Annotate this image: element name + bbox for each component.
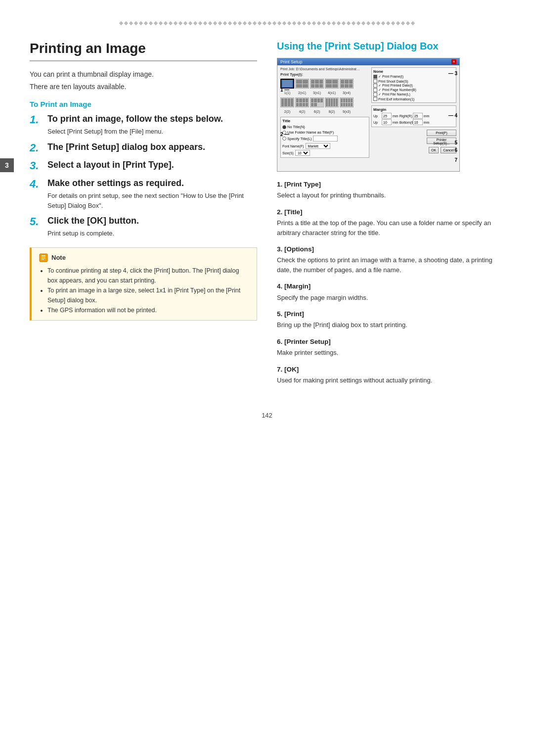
margin-top-row: Up mm Right(R) mm xyxy=(373,113,454,119)
thumb-r2-5 xyxy=(340,97,354,107)
margin-label: Margin xyxy=(373,107,454,112)
margin-right-label: Right(R) xyxy=(400,114,412,118)
section-heading: To Print an Image xyxy=(30,100,257,108)
margin-section: Margin Up mm Right(R) mm Up xyxy=(371,105,456,127)
deco-diamond xyxy=(381,21,385,25)
margin-bottom-input[interactable] xyxy=(382,119,392,125)
deco-diamond xyxy=(287,21,291,25)
margin-top-input[interactable] xyxy=(382,113,392,119)
deco-diamond xyxy=(144,21,148,25)
deco-diamond xyxy=(337,21,341,25)
deco-diamond xyxy=(356,21,360,25)
cancel-button[interactable]: Cancel xyxy=(441,147,456,153)
ref-item-1: 1. [Print Type]Select a layout for print… xyxy=(277,180,504,200)
print-button[interactable]: Print(P) xyxy=(427,130,456,136)
step-title-5: Click the [OK] button. xyxy=(47,215,257,227)
deco-diamond xyxy=(164,21,168,25)
margin-left-input[interactable] xyxy=(413,119,423,125)
printer-setup-button[interactable]: Printer Setup(S)... xyxy=(427,138,456,144)
ref-item-4: 4. [Margin]Specify the page margin width… xyxy=(277,282,504,302)
step-1: 1.To print an image, follow the steps be… xyxy=(30,113,257,137)
step-desc-1: Select [Print Setup] from the [File] men… xyxy=(47,127,257,137)
dialog-title: Print Setup xyxy=(280,59,303,64)
option-frame-label: ✓ Print Frame(I) xyxy=(378,75,403,79)
deco-diamond xyxy=(213,21,217,25)
deco-diamond xyxy=(302,21,306,25)
margin-bottom-label: Up xyxy=(373,121,381,124)
dialog-screenshot: Print Setup ✕ Print Job: D:\Documents an… xyxy=(277,58,460,172)
size-label: Size(S) xyxy=(282,151,294,155)
deco-diamond xyxy=(332,21,336,25)
note-item-3: The GPS information will not be printed. xyxy=(47,305,250,315)
option-page-num: ✓ Print Page Number(B) xyxy=(373,88,454,92)
dialog-body: Print Job: D:\Documents and Settings\Adm… xyxy=(277,65,459,170)
ref-list: 1. [Print Type]Select a layout for print… xyxy=(277,180,504,385)
step-content-1: To print an image, follow the steps belo… xyxy=(47,113,257,137)
ref-desc-7: Used for making print settings without a… xyxy=(277,376,504,385)
deco-diamond xyxy=(134,21,138,25)
font-select[interactable]: Marlett xyxy=(306,143,330,149)
deco-diamond xyxy=(371,21,375,25)
option-file-label: ✓ Print File Name(L) xyxy=(378,93,410,96)
intro-line-2: There are ten layouts available. xyxy=(30,82,257,92)
deco-diamond xyxy=(366,21,370,25)
title-section-label: Title xyxy=(282,119,367,123)
ok-button[interactable]: OK xyxy=(429,147,439,153)
thumb-r2-2 xyxy=(295,97,309,107)
step-content-2: The [Print Setup] dialog box appears. xyxy=(47,142,257,153)
svg-rect-0 xyxy=(40,254,47,262)
checkbox-page-num xyxy=(373,88,377,92)
thumb-row-1 xyxy=(280,79,369,89)
button-group: Print(P) Printer Setup(S)... OK Cancel xyxy=(371,130,456,153)
dialog-right-section: None ✓ Print Frame(I) Print Shoot Date(S… xyxy=(371,67,456,168)
deco-diamond xyxy=(352,21,356,25)
radio-specify-label: Specify Title(L) xyxy=(287,137,312,141)
dialog-titlebar: Print Setup ✕ xyxy=(277,58,459,65)
ref-desc-1: Select a layout for printing thumbnails. xyxy=(277,190,504,200)
deco-diamond xyxy=(218,21,222,25)
thumb-5x xyxy=(340,79,354,89)
right-column: Using the [Print Setup] Dialog Box Print… xyxy=(277,41,504,392)
ref-item-2: 2. [Title]Prints a title at the top of t… xyxy=(277,207,504,237)
deco-diamond xyxy=(208,21,212,25)
ok-cancel-group: OK Cancel xyxy=(429,147,456,153)
deco-diamond xyxy=(149,21,153,25)
option-exif: Print Exif information(1) xyxy=(373,97,454,101)
step-content-5: Click the [OK] button.Print setup is com… xyxy=(47,215,257,238)
note-icon xyxy=(39,253,48,263)
thumb-2x xyxy=(295,79,309,89)
thumb-r2-4 xyxy=(325,97,339,107)
title-input[interactable] xyxy=(313,136,338,142)
deco-diamond xyxy=(203,21,207,25)
deco-diamond xyxy=(228,21,232,25)
thumb-3x xyxy=(310,79,324,89)
size-select[interactable]: 10 xyxy=(295,150,310,156)
ref-item-5: 5. [Print]Bring up the [Print] dialog bo… xyxy=(277,309,504,330)
deco-diamond xyxy=(243,21,247,25)
deco-diamond xyxy=(124,21,128,25)
dialog-path-row: Print Job: D:\Documents and Settings\Adm… xyxy=(280,67,369,71)
deco-diamond xyxy=(159,21,163,25)
step-content-4: Make other settings as required.For deta… xyxy=(47,178,257,210)
ref-desc-2: Prints a title at the top of the page. Y… xyxy=(277,218,504,237)
dialog-path-value: D:\Documents and Settings\Administrator\… xyxy=(296,67,360,71)
checkbox-file-name xyxy=(373,93,377,96)
deco-diamond xyxy=(183,21,187,25)
deco-diamond xyxy=(178,21,182,25)
ref-item-7: 7. [OK]Used for making print settings wi… xyxy=(277,365,504,385)
margin-right-input[interactable] xyxy=(413,113,423,119)
deco-diamond xyxy=(376,21,380,25)
annot-4: — 4 xyxy=(448,113,457,118)
deco-diamond xyxy=(198,21,202,25)
radio-no-title-label: No Title(N) xyxy=(287,125,305,129)
step-3: 3.Select a layout in [Print Type]. xyxy=(30,159,257,172)
option-print-date: ✓ Print Printed Date(I) xyxy=(373,84,454,88)
deco-diamond xyxy=(238,21,242,25)
margin-bottom-row: Up mm Bottom(B) mm xyxy=(373,119,454,125)
radio-folder-label: Use Folder Name as Title(F) xyxy=(287,130,334,135)
deco-diamond xyxy=(277,21,281,25)
note-label: Note xyxy=(51,254,66,261)
deco-diamond xyxy=(322,21,326,25)
checkbox-print-date xyxy=(373,84,377,88)
option-page-label: ✓ Print Page Number(B) xyxy=(378,88,416,92)
